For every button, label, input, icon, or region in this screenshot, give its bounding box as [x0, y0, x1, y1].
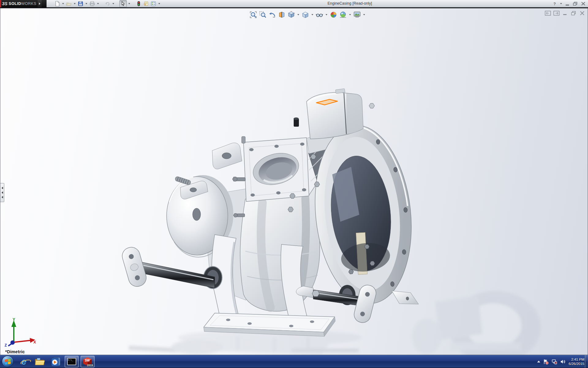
- cylinder-flange: [242, 136, 309, 201]
- tray-clock[interactable]: 2:41 PM 6/26/2015: [569, 357, 584, 366]
- logo-red-accent: [0, 0, 1, 7]
- print-button[interactable]: [89, 0, 96, 7]
- zoom-to-area-button[interactable]: [258, 11, 267, 19]
- open-dropdown-caret[interactable]: [74, 3, 76, 4]
- options-icon: [151, 1, 156, 6]
- undo-icon: [105, 1, 110, 6]
- section-view-button[interactable]: [277, 11, 286, 19]
- flyout-arrow-icon: [39, 2, 40, 5]
- doc-close-button[interactable]: [579, 11, 585, 16]
- headsup-view-toolbar: [249, 11, 366, 19]
- expand-panel-arrow-icon: [2, 196, 3, 198]
- taskbar-item-media-player[interactable]: [49, 356, 63, 367]
- engine-casing-model: [120, 89, 420, 336]
- orientation-triad: Y X Z: [3, 318, 37, 347]
- undo-button[interactable]: [104, 0, 111, 7]
- volume-icon[interactable]: [560, 359, 566, 365]
- print-dropdown-caret[interactable]: [97, 3, 99, 4]
- collapse-right-pane-button[interactable]: [553, 11, 560, 16]
- cmd-prompt-text: C:\_: [68, 359, 73, 361]
- appearance-ball-icon: [330, 11, 337, 18]
- scene-sphere-icon: [339, 11, 347, 18]
- view-orientation-caret[interactable]: [297, 14, 299, 15]
- feature-manager-collapsed-tab[interactable]: [0, 183, 4, 202]
- document-title: EngineCasing [Read-only]: [327, 1, 372, 6]
- sw-version-badge: 2015: [87, 364, 93, 367]
- new-document-icon: [55, 1, 60, 6]
- select-button[interactable]: [119, 0, 127, 7]
- system-tray: 2:41 PM 6/26/2015: [537, 355, 584, 368]
- display-style-cube-icon: [302, 11, 309, 18]
- logo-flyout-button[interactable]: [38, 0, 42, 7]
- previous-view-button[interactable]: [268, 11, 277, 19]
- file-properties-button[interactable]: [143, 0, 149, 7]
- view-orientation-button[interactable]: [287, 11, 296, 19]
- close-button[interactable]: [580, 1, 587, 6]
- sw-letters: SW: [85, 359, 90, 362]
- main-toolbar: [54, 0, 161, 7]
- rebuild-traffic-light-icon: [136, 1, 141, 6]
- expand-panel-arrow-icon: [2, 187, 3, 189]
- restore-button[interactable]: [572, 1, 579, 6]
- view-orientation-cube-icon: [288, 11, 295, 18]
- previous-view-icon: [269, 11, 276, 18]
- collapse-left-pane-button[interactable]: [545, 11, 551, 16]
- new-dropdown-caret[interactable]: [62, 3, 64, 4]
- view-settings-caret[interactable]: [363, 14, 365, 15]
- open-button[interactable]: [66, 0, 72, 7]
- hide-show-items-caret[interactable]: [326, 14, 327, 15]
- document-window-controls: [545, 11, 585, 16]
- triad-x-label: X: [33, 340, 36, 344]
- tray-time: 2:41 PM: [569, 357, 584, 362]
- rebuild-button[interactable]: [135, 0, 142, 7]
- triad-y-label: Y: [13, 318, 15, 322]
- hide-show-items-button[interactable]: [315, 11, 324, 19]
- display-style-caret[interactable]: [311, 14, 313, 15]
- network-error-icon[interactable]: [552, 359, 557, 365]
- apply-scene-button[interactable]: [339, 11, 347, 19]
- zoom-to-fit-icon: [250, 11, 257, 18]
- save-dropdown-caret[interactable]: [85, 3, 87, 4]
- new-button[interactable]: [54, 0, 61, 7]
- undo-dropdown-caret[interactable]: [112, 3, 114, 4]
- save-icon: [78, 1, 83, 6]
- help-button[interactable]: ?: [551, 1, 558, 6]
- options-dropdown-caret[interactable]: [158, 3, 160, 4]
- select-dropdown-caret[interactable]: [128, 3, 130, 4]
- show-hidden-icons-button[interactable]: [537, 361, 540, 362]
- internet-explorer-icon: e: [21, 356, 27, 367]
- action-center-flag-icon[interactable]: [543, 359, 549, 365]
- doc-minimize-button[interactable]: [562, 11, 568, 16]
- section-view-icon: [278, 11, 285, 18]
- taskbar-item-internet-explorer[interactable]: e: [17, 356, 31, 367]
- show-desktop-button[interactable]: [585, 355, 588, 368]
- solidworks-logo: ЗS SOLIDWORKS: [0, 0, 47, 7]
- logo-text-bold: SOLID: [9, 2, 21, 6]
- view-settings-monitor-icon: [353, 11, 361, 18]
- file-properties-icon: [143, 1, 149, 6]
- taskbar-item-solidworks[interactable]: SW 2015: [81, 356, 95, 367]
- view-settings-button[interactable]: [353, 11, 361, 19]
- taskbar-item-windows-explorer[interactable]: [33, 356, 47, 367]
- display-style-button[interactable]: [301, 11, 310, 19]
- view-orientation-label: *Dimetric: [5, 349, 25, 354]
- windows-taskbar: e C:\_ SW 201: [0, 355, 588, 368]
- graphics-viewport[interactable]: Y X Z *Dimetric: [0, 8, 588, 355]
- select-cursor-icon: [120, 1, 126, 6]
- solidworks-cube-icon: SW 2015: [83, 357, 92, 366]
- zoom-to-area-icon: [259, 11, 266, 18]
- save-button[interactable]: [77, 0, 84, 7]
- window-controls: ?: [551, 0, 587, 7]
- apply-scene-caret[interactable]: [349, 14, 351, 15]
- edit-appearance-button[interactable]: [329, 11, 338, 19]
- logo-text: SOLIDWORKS: [9, 2, 36, 6]
- media-player-icon: [51, 357, 61, 366]
- options-button[interactable]: [150, 0, 157, 7]
- zoom-to-fit-button[interactable]: [249, 11, 258, 19]
- minimize-button[interactable]: [564, 1, 571, 6]
- help-dropdown-caret[interactable]: [560, 3, 562, 4]
- start-button[interactable]: [2, 356, 13, 367]
- model-3d[interactable]: [0, 8, 588, 355]
- doc-restore-button[interactable]: [571, 11, 577, 16]
- taskbar-item-command-prompt[interactable]: C:\_: [65, 356, 79, 367]
